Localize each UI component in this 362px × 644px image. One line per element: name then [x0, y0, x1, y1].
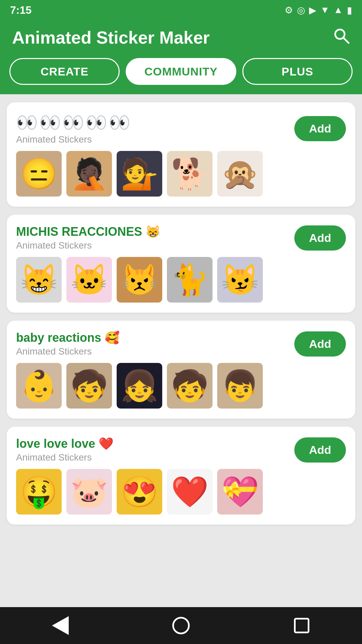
pack4-header: love love love ❤️ Animated Stickers Add — [16, 437, 346, 463]
pack2-header: MICHIS REACCIONES 😸 Animated Stickers Ad… — [16, 225, 346, 251]
sticker-thumb: 🧒 — [167, 363, 213, 409]
tab-bar: CREATE COMMUNITY PLUS — [0, 58, 362, 94]
pack2-title: MICHIS REACCIONES 😸 — [16, 225, 161, 239]
pack4-add-button[interactable]: Add — [294, 437, 346, 463]
sticker-thumb: 😸 — [16, 257, 62, 303]
pack4-subtitle: Animated Stickers — [16, 452, 114, 463]
pack1-title: 👀👀👀👀👀 — [16, 112, 132, 133]
settings-icon: ⚙ — [285, 5, 293, 16]
sticker-thumb: ❤️ — [167, 469, 213, 515]
main-content: 👀👀👀👀👀 Animated Stickers Add 😑 🤦🏿 💁 🐕 🙊 — [0, 94, 362, 578]
pack3-add-button[interactable]: Add — [294, 331, 346, 357]
sticker-thumb: 💝 — [217, 469, 263, 515]
sticker-thumb: 😾 — [117, 257, 162, 303]
home-icon — [172, 617, 190, 634]
header: Animated Sticker Maker — [0, 20, 362, 58]
pack3-subtitle: Animated Stickers — [16, 346, 120, 357]
sticker-thumb: 💁 — [117, 151, 162, 197]
pack1-stickers: 😑 🤦🏿 💁 🐕 🙊 — [16, 151, 346, 197]
tab-create[interactable]: CREATE — [9, 58, 120, 85]
nav-bar — [0, 607, 362, 644]
sticker-thumb: 👦 — [217, 363, 263, 409]
app-title: Animated Sticker Maker — [12, 28, 210, 48]
wifi-icon: ▼ — [320, 5, 330, 15]
pack2-add-button[interactable]: Add — [294, 225, 346, 251]
sticker-pack-4: love love love ❤️ Animated Stickers Add … — [7, 427, 355, 525]
svg-line-1 — [343, 38, 349, 43]
nav-back-button[interactable] — [47, 612, 74, 639]
status-time: 7:15 — [10, 4, 32, 16]
sticker-thumb: 🤑 — [16, 469, 62, 515]
sticker-thumb: 👶 — [16, 363, 62, 409]
sticker-thumb: 🐈 — [167, 257, 213, 303]
sticker-thumb: 👧 — [117, 363, 162, 409]
nav-recent-button[interactable] — [288, 612, 315, 639]
pack1-subtitle: Animated Stickers — [16, 134, 132, 145]
sticker-pack-1: 👀👀👀👀👀 Animated Stickers Add 😑 🤦🏿 💁 🐕 🙊 — [7, 102, 355, 207]
pack4-stickers: 🤑 🐷 😍 ❤️ 💝 — [16, 469, 346, 515]
pack3-header: baby reactions 🥰 Animated Stickers Add — [16, 331, 346, 357]
sticker-thumb: 🤦🏿 — [66, 151, 112, 197]
pack2-subtitle: Animated Stickers — [16, 240, 161, 251]
tab-community[interactable]: COMMUNITY — [126, 58, 236, 85]
pack4-title: love love love ❤️ — [16, 437, 114, 451]
pack1-add-button[interactable]: Add — [294, 116, 346, 141]
recent-icon — [294, 618, 309, 633]
sticker-pack-2: MICHIS REACCIONES 😸 Animated Stickers Ad… — [7, 215, 355, 313]
pack1-header: 👀👀👀👀👀 Animated Stickers Add — [16, 112, 346, 145]
status-icons: ⚙ ◎ ▶ ▼ ▲ ▮ — [285, 5, 352, 16]
sticker-pack-3: baby reactions 🥰 Animated Stickers Add 👶… — [7, 321, 355, 419]
sticker-thumb: 😍 — [117, 469, 162, 515]
status-bar: 7:15 ⚙ ◎ ▶ ▼ ▲ ▮ — [0, 0, 362, 20]
sticker-thumb: 🐷 — [66, 469, 112, 515]
nav-home-button[interactable] — [168, 612, 194, 639]
sticker-thumb: 🐱 — [66, 257, 112, 303]
signal-icon: ▲ — [334, 5, 343, 15]
sticker-thumb: 🙊 — [217, 151, 263, 197]
sticker-thumb: 😑 — [16, 151, 62, 197]
youtube-icon: ▶ — [309, 5, 316, 16]
search-icon[interactable] — [333, 27, 350, 48]
pack3-title: baby reactions 🥰 — [16, 331, 120, 345]
sticker-thumb: 😼 — [217, 257, 263, 303]
battery-icon: ▮ — [347, 5, 352, 16]
tab-plus[interactable]: PLUS — [242, 58, 353, 85]
pack3-stickers: 👶 🧒 👧 🧒 👦 — [16, 363, 346, 409]
sticker-thumb: 🐕 — [167, 151, 213, 197]
back-icon — [52, 616, 69, 635]
location-icon: ◎ — [297, 5, 305, 16]
pack2-stickers: 😸 🐱 😾 🐈 😼 — [16, 257, 346, 303]
sticker-thumb: 🧒 — [66, 363, 112, 409]
